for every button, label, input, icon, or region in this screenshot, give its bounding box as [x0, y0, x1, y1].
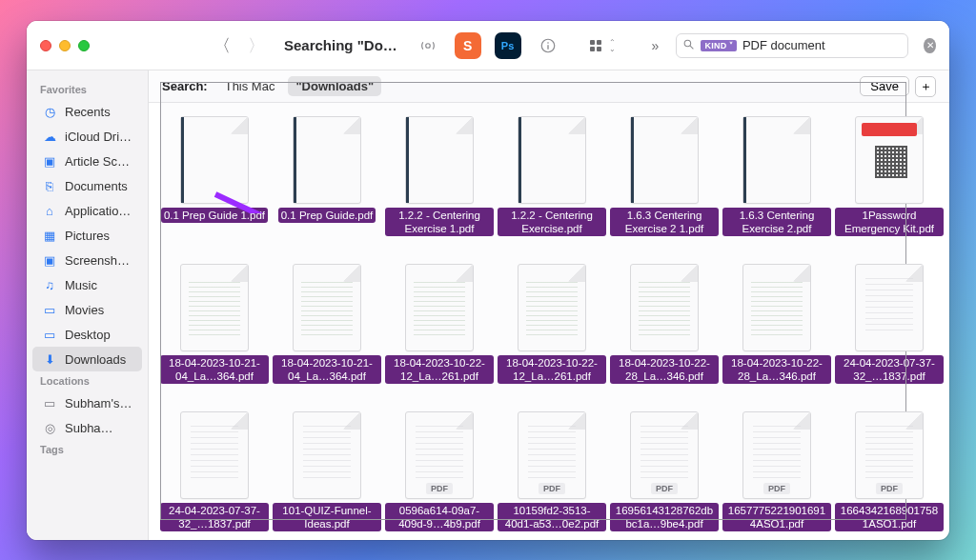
file-thumbnail — [180, 411, 249, 499]
close-button[interactable] — [40, 40, 51, 51]
svg-point-0 — [425, 43, 430, 48]
sidebar-item-label: Music — [65, 278, 97, 292]
file-name-label: 0.1 Prep Guide 1.pdf — [161, 208, 268, 223]
file-item[interactable]: PDF16643421689017581ASO1.pdf — [835, 411, 944, 540]
sidebar-item-recents[interactable]: ◷Recents — [32, 99, 142, 124]
zoom-button[interactable] — [78, 40, 90, 51]
sidebar-item-applicatio-[interactable]: ⌂Applicatio… — [32, 198, 142, 223]
file-item[interactable]: 1.2.2 - Centering Exercise 1.pdf — [385, 116, 494, 264]
file-thumbnail: PDF — [405, 411, 474, 499]
sidebar-item-label: Applicatio… — [65, 204, 131, 218]
sidebar-section-label: Favorites — [27, 80, 148, 99]
photoshop-icon[interactable]: Ps — [495, 32, 521, 59]
sidebar-item-subha-[interactable]: ◎Subha… — [32, 415, 142, 440]
sidebar-item-screensh-[interactable]: ▣Screensh… — [32, 248, 142, 272]
view-mode-control[interactable]: ⌃⌄ — [590, 39, 616, 52]
file-name-label: 16577752219016914ASO1.pdf — [722, 503, 831, 531]
view-chevron-icon: ⌃⌄ — [609, 39, 616, 52]
search-scope-0[interactable]: This Mac — [217, 76, 283, 96]
sidebar-item-label: Subha… — [65, 421, 113, 435]
info-icon[interactable] — [535, 32, 561, 59]
file-item[interactable]: 18-04-2023-10-22-28_La…346.pdf — [722, 264, 831, 411]
apps-icon: ⌂ — [42, 203, 57, 218]
sidebar-item-label: Recents — [65, 105, 111, 119]
file-item[interactable]: 18-04-2023-10-21-04_La…364.pdf — [273, 264, 381, 411]
file-name-label: 1.2.2 - Centering Exercise.pdf — [498, 208, 606, 236]
sidebar-item-documents[interactable]: ⎘Documents — [32, 173, 142, 198]
back-button[interactable]: 〈 — [210, 32, 234, 59]
file-item[interactable]: PDF10159fd2-3513-40d1-a53…0e2.pdf — [498, 411, 606, 540]
airdrop-icon[interactable] — [415, 32, 441, 59]
file-item[interactable]: 24-04-2023-07-37-32_…1837.pdf — [835, 264, 944, 411]
file-item[interactable]: 24-04-2023-07-37-32_…1837.pdf — [160, 411, 269, 540]
folder-icon: ▣ — [42, 153, 57, 169]
search-kind-token[interactable]: KIND — [701, 40, 737, 51]
file-thumbnail — [742, 264, 811, 351]
file-item[interactable]: PDF16577752219016914ASO1.pdf — [722, 411, 831, 540]
file-item[interactable]: PDF16956143128762dbbc1a…9be4.pdf — [610, 411, 719, 540]
sidebar-item-desktop[interactable]: ▭Desktop — [32, 322, 142, 347]
file-item[interactable]: 0.1 Prep Guide 1.pdf — [160, 116, 269, 264]
file-thumbnail: PDF — [630, 411, 699, 499]
toolbar-overflow-button[interactable]: » — [652, 38, 660, 53]
search-input[interactable] — [742, 38, 903, 52]
sidebar-item-pictures[interactable]: ▦Pictures — [32, 223, 142, 248]
file-name-label: 18-04-2023-10-22-28_La…346.pdf — [610, 355, 719, 384]
file-name-label: 0596a614-09a7-409d-9…4b9.pdf — [385, 503, 494, 531]
file-item[interactable]: PDF0596a614-09a7-409d-9…4b9.pdf — [385, 411, 494, 540]
file-thumbnail — [180, 264, 249, 351]
file-item[interactable]: 18-04-2023-10-21-04_La…364.pdf — [160, 264, 269, 411]
search-scope-label: Search: — [162, 79, 208, 93]
file-name-label: 16643421689017581ASO1.pdf — [835, 503, 944, 531]
clear-search-button[interactable]: ✕ — [924, 38, 936, 53]
window-controls — [40, 40, 90, 51]
file-item[interactable]: 18-04-2023-10-22-28_La…346.pdf — [610, 264, 719, 411]
file-item[interactable]: 1.6.3 Centering Exercise 2.pdf — [722, 116, 831, 264]
file-thumbnail — [293, 264, 361, 351]
sidebar-item-label: Desktop — [65, 328, 111, 342]
cloud-icon: ☁︎ — [42, 129, 57, 144]
desktop-icon: ▭ — [42, 327, 57, 342]
sidebar-item-label: Subham's… — [65, 396, 132, 410]
file-item[interactable]: 1Password Emergency Kit.pdf — [835, 116, 944, 264]
window-body: Favorites◷Recents☁︎iCloud Dri…▣Article S… — [27, 70, 949, 540]
sidebar-item-label: Screensh… — [65, 253, 130, 268]
toolbar-action-icons: S Ps — [415, 32, 561, 59]
sidebar-item-label: Pictures — [65, 229, 110, 243]
sidebar-item-music[interactable]: ♫Music — [32, 272, 142, 297]
file-name-label: 1Password Emergency Kit.pdf — [835, 208, 944, 236]
film-icon: ▭ — [42, 302, 57, 317]
file-thumbnail — [518, 264, 586, 351]
download-icon: ⬇︎ — [42, 351, 57, 367]
minimize-button[interactable] — [59, 40, 71, 51]
file-grid[interactable]: 0.1 Prep Guide 1.pdf0.1 Prep Guide.pdf1.… — [149, 103, 949, 540]
icon-view-icon — [590, 40, 601, 51]
sidebar-item-article-sc-[interactable]: ▣Article Sc… — [32, 149, 142, 173]
file-name-label: 18-04-2023-10-22-12_La…261.pdf — [498, 355, 606, 384]
file-name-label: 16956143128762dbbc1a…9be4.pdf — [610, 503, 719, 531]
svg-point-3 — [547, 42, 549, 44]
music-note-icon: ♫ — [42, 277, 57, 292]
finder-window: 〈 〉 Searching "Downlo… S Ps ⌃⌄ » KIND — [27, 21, 949, 540]
search-scope-1[interactable]: "Downloads" — [288, 76, 381, 96]
file-item[interactable]: 0.1 Prep Guide.pdf — [273, 116, 381, 264]
search-field[interactable]: KIND — [676, 33, 908, 58]
forward-button[interactable]: 〉 — [244, 32, 269, 59]
file-thumbnail — [405, 264, 474, 351]
save-search-button[interactable]: Save — [860, 76, 909, 96]
sidebar-item-downloads[interactable]: ⬇︎Downloads — [32, 347, 142, 371]
file-name-label: 0.1 Prep Guide.pdf — [278, 208, 376, 223]
app-icon-s[interactable]: S — [455, 32, 481, 59]
sidebar-item-movies[interactable]: ▭Movies — [32, 297, 142, 322]
add-rule-button[interactable]: ＋ — [915, 76, 936, 97]
file-thumbnail — [855, 264, 924, 351]
file-item[interactable]: 1.2.2 - Centering Exercise.pdf — [498, 116, 606, 264]
file-item[interactable]: 1.6.3 Centering Exercise 2 1.pdf — [610, 116, 719, 264]
clock-icon: ◷ — [42, 104, 57, 119]
sidebar-item-subham-s-[interactable]: ▭Subham's… — [32, 390, 142, 415]
file-item[interactable]: 18-04-2023-10-22-12_La…261.pdf — [498, 264, 606, 411]
file-item[interactable]: 101-QUIZ-Funnel-Ideas.pdf — [273, 411, 381, 540]
sidebar-item-icloud-dri-[interactable]: ☁︎iCloud Dri… — [32, 124, 142, 149]
search-scope-bar: Search: This Mac"Downloads" Save ＋ — [149, 70, 949, 103]
file-item[interactable]: 18-04-2023-10-22-12_La…261.pdf — [385, 264, 494, 411]
